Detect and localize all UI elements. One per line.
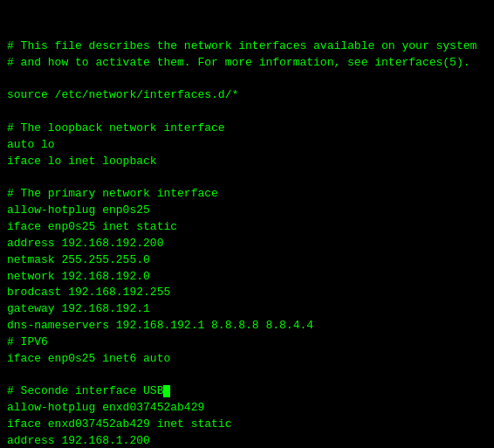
terminal-line: address 192.168.192.200 bbox=[7, 236, 487, 252]
terminal-line: iface enp0s25 inet static bbox=[7, 219, 487, 236]
terminal-line: brodcast 192.168.192.255 bbox=[7, 285, 487, 301]
terminal-line: address 192.168.1.200 bbox=[7, 433, 487, 448]
terminal-line: iface lo inet loopback bbox=[7, 154, 487, 170]
terminal-line: iface enp0s25 inet6 auto bbox=[7, 351, 487, 368]
terminal-line bbox=[7, 71, 487, 87]
terminal-line: # IPV6 bbox=[7, 334, 487, 351]
terminal-line: # This file describes the network interf… bbox=[7, 38, 487, 55]
terminal-line bbox=[7, 169, 487, 186]
terminal-line: # Seconde interface USB bbox=[7, 383, 487, 400]
terminal-line: auto lo bbox=[7, 137, 487, 154]
text-cursor bbox=[163, 385, 170, 397]
terminal-line bbox=[7, 104, 487, 121]
terminal-line: gateway 192.168.192.1 bbox=[7, 301, 487, 318]
terminal-editor[interactable]: # This file describes the network interf… bbox=[0, 0, 494, 448]
terminal-line: # The loopback network interface bbox=[7, 121, 487, 137]
terminal-line: # and how to activate them. For more inf… bbox=[7, 55, 487, 72]
terminal-line: network 192.168.192.0 bbox=[7, 269, 487, 286]
terminal-line: iface enxd037452ab429 inet static bbox=[7, 417, 487, 433]
terminal-line bbox=[7, 368, 487, 384]
terminal-line: # The primary network interface bbox=[7, 186, 487, 203]
terminal-line: allow-hotplug enp0s25 bbox=[7, 203, 487, 219]
line-text: # Seconde interface USB bbox=[7, 384, 163, 397]
terminal-content: # This file describes the network interf… bbox=[7, 38, 487, 448]
terminal-line: dns-nameservers 192.168.192.1 8.8.8.8 8.… bbox=[7, 318, 487, 334]
terminal-line: netmask 255.255.255.0 bbox=[7, 252, 487, 269]
terminal-line: allow-hotplug enxd037452ab429 bbox=[7, 400, 487, 417]
terminal-line: source /etc/network/interfaces.d/* bbox=[7, 87, 487, 104]
